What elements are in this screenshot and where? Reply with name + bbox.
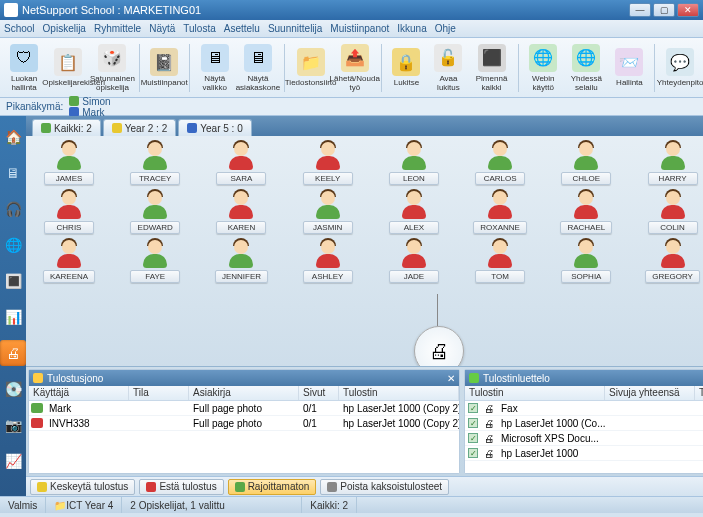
student-rachael[interactable]: RACHAEL <box>553 191 619 234</box>
student-sophia[interactable]: SOPHIA <box>553 240 619 283</box>
sidebar-home-icon[interactable]: 🏠 <box>0 124 26 150</box>
student-chloe[interactable]: CHLOE <box>553 142 619 185</box>
student-karen[interactable]: KAREN <box>208 191 274 234</box>
quickbar-label: Pikanäkymä: <box>6 101 63 112</box>
student-edward[interactable]: EDWARD <box>122 191 188 234</box>
student-gregory[interactable]: GREGORY <box>640 240 703 283</box>
student-label: RACHAEL <box>560 221 612 234</box>
ribbon-n-yt-valikko[interactable]: 🖥Näytä valikko <box>196 40 234 96</box>
ribbon-pimenn-kaikki[interactable]: ⬛Pimennä kaikki <box>471 40 511 96</box>
queue-col-2[interactable]: Asiakirja <box>189 386 299 400</box>
sidebar-chart-icon[interactable]: 📈 <box>0 448 26 474</box>
queue-row[interactable]: INVH338Full page photo0/1hp LaserJet 100… <box>29 416 459 431</box>
printer-row[interactable]: ✓🖨Fax <box>465 401 703 416</box>
ribbon-label: Opiskelijarekisteri <box>42 78 94 87</box>
menu-asettelu[interactable]: Asettelu <box>224 23 260 34</box>
foot-keskeyt-tulostus[interactable]: Keskeytä tulostus <box>30 479 135 495</box>
minimize-button[interactable]: — <box>629 3 651 17</box>
ribbon-icon: 💬 <box>666 48 694 76</box>
check-icon[interactable]: ✓ <box>468 403 478 413</box>
sidebar-survey-icon[interactable]: 📊 <box>0 304 26 330</box>
sidebar-monitor-icon[interactable]: 🖥 <box>0 160 26 186</box>
student-keely[interactable]: KEELY <box>295 142 361 185</box>
tab-1[interactable]: Year 2 : 2 <box>103 119 176 136</box>
ribbon-avaa-lukitus[interactable]: 🔓Avaa lukitus <box>429 40 467 96</box>
sidebar-headset-icon[interactable]: 🎧 <box>0 196 26 222</box>
sidebar-globe-icon[interactable]: 🌐 <box>0 232 26 258</box>
list-col-1[interactable]: Sivuja yhteensä <box>605 386 695 400</box>
menu-näytä[interactable]: Näytä <box>149 23 175 34</box>
ribbon-lukitse[interactable]: 🔒Lukitse <box>387 40 425 96</box>
ribbon-yhteydenpito[interactable]: 💬Yhteydenpito <box>661 40 699 96</box>
list-body: ✓🖨Fax✓🖨hp LaserJet 1000 (Co...✓🖨Microsof… <box>465 401 703 473</box>
check-icon[interactable]: ✓ <box>468 418 478 428</box>
check-icon[interactable]: ✓ <box>468 433 478 443</box>
menu-suunnittelija[interactable]: Suunnittelija <box>268 23 322 34</box>
ribbon-l-het-nouda-ty-[interactable]: 📤Lähetä/Nouda työ <box>335 40 375 96</box>
foot-rajoittamaton[interactable]: Rajoittamaton <box>228 479 317 495</box>
foot-poista-kaksoistulosteet[interactable]: Poista kaksoistulosteet <box>320 479 449 495</box>
printer-row[interactable]: ✓🖨Microsoft XPS Docu... <box>465 431 703 446</box>
menu-tulosta[interactable]: Tulosta <box>183 23 215 34</box>
ribbon-hallinta[interactable]: 📨Hallinta <box>610 40 648 96</box>
student-carlos[interactable]: CARLOS <box>467 142 533 185</box>
ribbon-yhdess-selailu[interactable]: 🌐Yhdessä selailu <box>566 40 606 96</box>
panel-close-icon[interactable]: ✕ <box>447 373 455 384</box>
student-tracey[interactable]: TRACEY <box>122 142 188 185</box>
tab-2[interactable]: Year 5 : 0 <box>178 119 251 136</box>
list-col-0[interactable]: Tulostin <box>465 386 605 400</box>
student-kareena[interactable]: KAREENA <box>36 240 102 283</box>
student-jennifer[interactable]: JENNIFER <box>208 240 274 283</box>
queue-col-4[interactable]: Tulostin <box>339 386 459 400</box>
queue-row[interactable]: MarkFull page photo0/1hp LaserJet 1000 (… <box>29 401 459 416</box>
student-jasmin[interactable]: JASMIN <box>295 191 361 234</box>
sidebar-usb-icon[interactable]: 💽 <box>0 376 26 402</box>
student-jade[interactable]: JADE <box>381 240 447 283</box>
sidebar-camera-icon[interactable]: 📷 <box>0 412 26 438</box>
student-tom[interactable]: TOM <box>467 240 533 283</box>
ribbon-luokan-hallinta[interactable]: 🛡Luokan hallinta <box>4 40 44 96</box>
menu-muistiinpanot[interactable]: Muistiinpanot <box>330 23 389 34</box>
menu-school[interactable]: School <box>4 23 35 34</box>
menu-ryhmittele[interactable]: Ryhmittele <box>94 23 141 34</box>
student-label: KAREENA <box>43 270 95 283</box>
student-ashley[interactable]: ASHLEY <box>295 240 361 283</box>
ribbon-opiskelijarekisteri[interactable]: 📋Opiskelijarekisteri <box>48 40 88 96</box>
queue-col-1[interactable]: Tila <box>129 386 189 400</box>
ribbon-satunnainen-opiskelija[interactable]: 🎲Satunnainen opiskelija <box>92 40 132 96</box>
foot-est-tulostus[interactable]: Estä tulostus <box>139 479 223 495</box>
student-harry[interactable]: HARRY <box>640 142 703 185</box>
menu-ikkuna[interactable]: Ikkuna <box>397 23 426 34</box>
student-chris[interactable]: CHRIS <box>36 191 102 234</box>
student-colin[interactable]: COLIN <box>640 191 703 234</box>
tab-0[interactable]: Kaikki: 2 <box>32 119 101 136</box>
ribbon-tiedostonsiirto[interactable]: 📁Tiedostonsiirto <box>291 40 331 96</box>
student-james[interactable]: JAMES <box>36 142 102 185</box>
student-alex[interactable]: ALEX <box>381 191 447 234</box>
student-roxanne[interactable]: ROXANNE <box>467 191 533 234</box>
close-button[interactable]: ✕ <box>677 3 699 17</box>
maximize-button[interactable]: ▢ <box>653 3 675 17</box>
printer-popup: 🖨 hp LaserJet 1000 <box>414 326 468 366</box>
list-col-2[interactable]: Tulostustöitä yhteensä <box>695 386 703 400</box>
student-faye[interactable]: FAYE <box>122 240 188 283</box>
quick-label: Simon <box>82 96 110 107</box>
menu-opiskelija[interactable]: Opiskelija <box>43 23 86 34</box>
queue-col-3[interactable]: Sivut <box>299 386 339 400</box>
ribbon-webin-k-ytt-[interactable]: 🌐Webin käyttö <box>524 40 562 96</box>
student-sara[interactable]: SARA <box>208 142 274 185</box>
queue-col-0[interactable]: Käyttäjä <box>29 386 129 400</box>
printer-icon[interactable]: 🖨 <box>414 326 464 366</box>
printer-row[interactable]: ✓🖨hp LaserJet 1000 <box>465 446 703 461</box>
window-title: NetSupport School : MARKETING01 <box>22 4 629 16</box>
ribbon-muistiinpanot[interactable]: 📓Muistiinpanot <box>145 40 183 96</box>
student-avatar <box>572 142 600 170</box>
printer-row[interactable]: ✓🖨hp LaserJet 1000 (Co... <box>465 416 703 431</box>
sidebar-window-icon[interactable]: 🔳 <box>0 268 26 294</box>
menu-ohje[interactable]: Ohje <box>435 23 456 34</box>
quick-simon[interactable]: Simon <box>69 96 110 107</box>
sidebar-printer-icon[interactable]: 🖨 <box>0 340 26 366</box>
check-icon[interactable]: ✓ <box>468 448 478 458</box>
ribbon-n-yt-asiakaskone[interactable]: 🖥Näytä asiakaskone <box>238 40 278 96</box>
student-leon[interactable]: LEON <box>381 142 447 185</box>
